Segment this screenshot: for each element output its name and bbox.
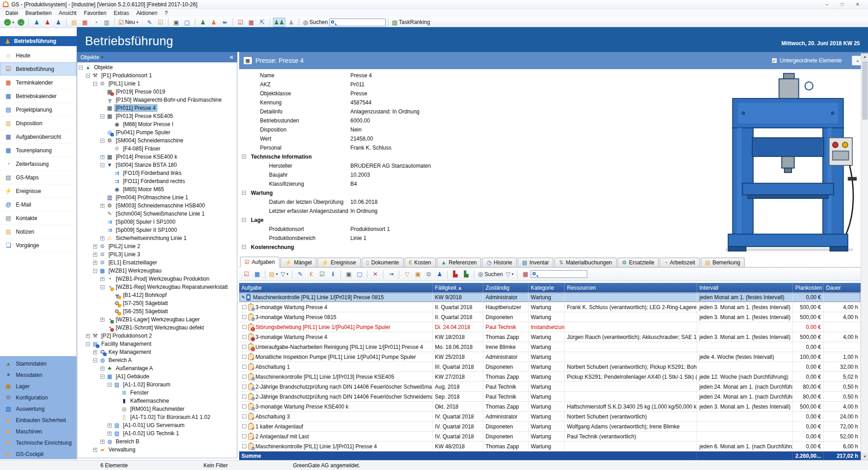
task-cell[interactable]: ✎Maschinenkontrolle [PIL1] Linie 1/[Pr01… <box>239 292 433 302</box>
expand-icon[interactable]: + <box>100 367 104 371</box>
tree-node[interactable]: −▼[St004] Stanze BSTA 180 <box>78 161 236 169</box>
filter-green-button[interactable]: ▽▾ <box>279 269 289 279</box>
view-list-button[interactable]: ▤▾ <box>268 269 278 279</box>
scroll-up-icon[interactable]: ▲ <box>861 53 868 60</box>
tree-node[interactable]: ⊞Fenster <box>78 389 236 397</box>
collapse-icon[interactable]: − <box>86 342 90 346</box>
close-icon[interactable]: ✕ <box>229 54 234 61</box>
expand-icon[interactable]: + <box>93 244 97 249</box>
tree-node[interactable]: ⚙![S7-250] Sägeblatt <box>78 299 236 307</box>
row-checkbox[interactable] <box>242 424 246 428</box>
sidebar-item-betriebsf-hrung[interactable]: ☑Betriebsführung <box>0 62 76 76</box>
expand-icon[interactable]: + <box>93 253 97 257</box>
expand-icon[interactable]: + <box>100 440 104 444</box>
route-button[interactable]: ▦ <box>252 269 262 279</box>
team-button[interactable]: ♟♟ <box>273 18 285 27</box>
tree-node[interactable]: +⚙[EL1] Ersatzteillager <box>78 258 236 267</box>
sidebar-item-stammdaten[interactable]: ▲Stammdaten <box>0 358 76 369</box>
column-header-intervall[interactable]: Intervall <box>697 283 793 292</box>
task-cell[interactable]: ◷Maschinenkontrolle [PIL1] Linie 1/[Pr01… <box>239 442 433 451</box>
column-header-fälligkeit[interactable]: Fälligkeit▲ <box>433 283 483 292</box>
tree-node[interactable]: −▦[A1] Gebäude <box>78 372 236 381</box>
row-checkbox[interactable] <box>242 305 246 309</box>
tab-inventar[interactable]: ▤Inventar <box>518 258 554 267</box>
task-cell[interactable]: ◷Maschinenkontrolle [PIL1] Linie 1/[Pr01… <box>239 372 433 381</box>
sidebar-item-kontakte[interactable]: ▤Kontakte <box>0 212 76 225</box>
clock-24-button[interactable]: ◔ <box>91 18 101 27</box>
table-row[interactable]: ✓2 Anlagenlauf mit LastIV. Quartal 2018D… <box>239 432 861 442</box>
table-row[interactable]: ✓1 kalter AnlagenlaufIV. Quartal 2018Dis… <box>239 422 861 432</box>
row-checkbox[interactable] <box>242 325 246 329</box>
collapse-icon[interactable]: − <box>100 139 104 143</box>
collapse-icon[interactable]: − <box>100 285 104 289</box>
task-cell[interactable]: ✓Monatliche Inspektion Pumpe [PIL1] Lini… <box>239 352 433 362</box>
expand-icon[interactable]: + <box>100 236 104 240</box>
scroll-down-icon[interactable]: ▼ <box>861 453 868 460</box>
menu-?[interactable]: ? <box>161 9 171 17</box>
tree-node[interactable]: +✪iKey Management <box>78 348 236 356</box>
row-checkbox[interactable] <box>242 395 246 399</box>
sidebar-item-notizen[interactable]: ▤Notizen <box>0 225 76 239</box>
table-row[interactable]: ◷Maschinenkontrolle [PIL1] Linie 1/[Pr01… <box>239 442 861 451</box>
tree-node[interactable]: ▦![Pr019] Presse 0019 <box>78 88 236 96</box>
tree-node[interactable]: −◔![WZB1-Rep] Werkzeugbau Reparaturwerks… <box>78 283 236 291</box>
clipboard-red-button[interactable]: ☑ <box>236 18 245 27</box>
menu-bearbeiten[interactable]: Bearbeiten <box>22 9 55 17</box>
sidebar-item-gs-cockpit[interactable]: ▰GS-Cockpit <box>0 448 76 460</box>
menu-favoriten[interactable]: Favoriten <box>80 9 110 17</box>
task-cell[interactable]: ◷3-monatige Wartung Presse 4 <box>239 332 433 342</box>
task-cell[interactable]: !Störungsbehebung [PIL1] Linie 1/[Pu041]… <box>239 322 433 332</box>
tab-historie[interactable]: ◷Historie <box>482 258 516 267</box>
expand-icon[interactable]: + <box>100 204 104 208</box>
table-row[interactable]: ◷Maschinenkontrolle [PIL1] Linie 1/[Pr01… <box>239 372 861 382</box>
tree-node[interactable]: +◍Bereich B <box>78 437 236 446</box>
table-search-binoculars[interactable]: ◎Suchen <box>477 269 504 279</box>
task-cell[interactable]: ◷3-monatige Wartung Presse 0815 <box>239 312 433 322</box>
person-task-button[interactable]: ♟ <box>434 269 444 279</box>
tree-node[interactable]: ◉[M66] Motor Presse I <box>78 120 236 128</box>
sidebar-item-projektplanung[interactable]: ▤Projektplanung <box>0 103 76 117</box>
collapse-icon[interactable]: − <box>79 66 83 70</box>
sidebar-item-gs-maps[interactable]: ▨GS-Maps <box>0 171 76 184</box>
row-checkbox[interactable] <box>242 444 246 448</box>
table-row[interactable]: ✓Abschaltung 1III. Quartal 2018Disponete… <box>239 362 861 372</box>
tree-node[interactable]: −▧[A1-1.02] Büroraum <box>78 381 236 389</box>
tree-node[interactable]: +⚙[PIL2] Linie 2 <box>78 242 236 250</box>
window-export-button[interactable]: ⇱ <box>257 18 267 27</box>
row-checkbox[interactable] <box>242 365 246 369</box>
tab-referenzen[interactable]: ▲Referenzen <box>437 258 481 267</box>
expand-icon[interactable]: + <box>100 155 104 159</box>
tree-node[interactable]: +▦[Pr014] Presse KSE400 k <box>78 153 236 161</box>
column-header-plankosten[interactable]: Plankosten <box>793 283 824 292</box>
sidebar-item-tourenplanung[interactable]: ▦Tourenplanung <box>0 144 76 157</box>
person-gray-button[interactable]: ♟ <box>286 18 296 27</box>
search-binoculars[interactable]: ◎Suchen <box>302 18 329 27</box>
worker-button[interactable]: ♟ <box>209 18 219 27</box>
tree-node[interactable]: ◎i[Pu041] Pumpe Spuler <box>78 128 236 136</box>
sidebar-item-messdaten[interactable]: ✦Messdaten <box>0 369 76 381</box>
sidebar-item-zeiterfassung[interactable]: ◔Zeiterfassung <box>0 157 76 171</box>
truck-button[interactable]: ⇻ <box>220 18 230 27</box>
collapse-icon[interactable]: − <box>242 155 246 159</box>
table-filter-button[interactable]: ▽▾ <box>505 269 514 279</box>
maximize-button[interactable]: □ <box>835 0 850 9</box>
close-button[interactable]: ✕ <box>850 0 865 9</box>
user-add-button[interactable]: ♟ <box>32 18 42 27</box>
menu-extras[interactable]: Extras <box>110 9 132 17</box>
subelements-toggle[interactable]: ✓ Untergeordnete Elemente <box>772 57 842 64</box>
collapse-icon[interactable]: − <box>86 74 90 78</box>
column-header-dauer[interactable]: Dauer <box>824 283 861 292</box>
tab-kosten[interactable]: €Kosten <box>405 258 436 267</box>
menu-datei[interactable]: Datei <box>2 9 22 17</box>
vertical-scrollbar[interactable]: ▲ ▼ <box>861 53 868 460</box>
tree-node[interactable]: −⚒[P1] Produktionsort 1 <box>78 71 236 80</box>
tree-node[interactable]: −▩[WZB1] Werkzeugbau <box>78 267 236 275</box>
export-mobile-button[interactable]: ⇥ <box>386 269 396 279</box>
copy-stack-button[interactable]: ⧉ <box>424 269 434 279</box>
row-checkbox[interactable] <box>242 375 246 379</box>
tree-node[interactable]: ◎[RM001] Rauchmelder <box>78 405 236 413</box>
task-cell[interactable]: ✓2 Anlagenlauf mit Last <box>239 432 433 441</box>
tree-node[interactable]: −▦[Pr013] Presse KSE405 <box>78 112 236 120</box>
row-checkbox[interactable] <box>242 355 246 359</box>
table-row[interactable]: ◷3-monatige Wartung Presse 4KW 18/2018Th… <box>239 332 861 342</box>
